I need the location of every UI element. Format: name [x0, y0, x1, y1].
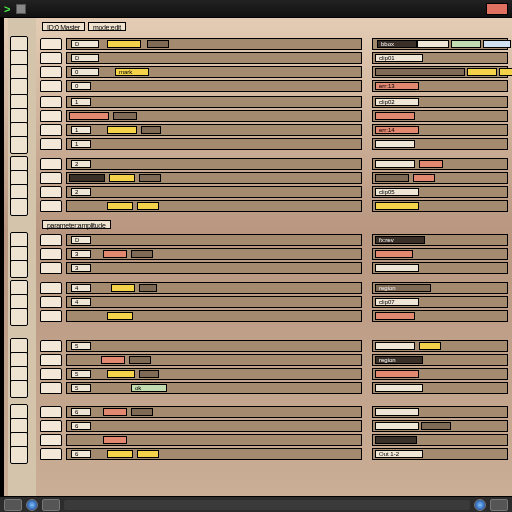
lane-left[interactable] — [66, 434, 362, 446]
clip[interactable] — [131, 408, 153, 416]
clip[interactable] — [375, 264, 419, 272]
lane-right[interactable]: clip07 — [372, 296, 508, 308]
clip[interactable] — [419, 160, 443, 168]
clip[interactable] — [413, 174, 435, 182]
row-handle[interactable] — [40, 354, 62, 366]
track-row[interactable]: 5ok — [40, 381, 508, 394]
row-handle[interactable] — [40, 186, 62, 198]
clip[interactable] — [375, 370, 419, 378]
gutter-marker[interactable] — [10, 198, 28, 216]
clip[interactable]: clip01 — [375, 54, 423, 62]
track-row[interactable]: 0mark — [40, 65, 508, 78]
lane-left[interactable]: D — [66, 38, 362, 50]
row-handle[interactable] — [40, 66, 62, 78]
lane-left[interactable]: 0mark — [66, 66, 362, 78]
track-row[interactable]: 5 — [40, 367, 508, 380]
clip[interactable]: 6 — [71, 450, 91, 458]
clip[interactable]: 1 — [71, 140, 91, 148]
track-row[interactable]: 2clip05 — [40, 185, 508, 198]
clip[interactable] — [139, 174, 161, 182]
clip[interactable] — [417, 40, 449, 48]
lane-right[interactable] — [372, 200, 508, 212]
track-row[interactable]: 6 — [40, 419, 508, 432]
clip[interactable] — [107, 450, 133, 458]
row-handle[interactable] — [40, 382, 62, 394]
clip[interactable] — [129, 356, 151, 364]
clip[interactable]: D — [71, 54, 99, 62]
row-handle[interactable] — [40, 262, 62, 274]
lane-right[interactable]: err:14 — [372, 124, 508, 136]
row-handle[interactable] — [40, 80, 62, 92]
clip[interactable] — [147, 40, 169, 48]
clip[interactable]: clip07 — [375, 298, 419, 306]
clip[interactable] — [375, 250, 413, 258]
row-handle[interactable] — [40, 172, 62, 184]
lane-right[interactable] — [372, 172, 508, 184]
track-row[interactable] — [40, 199, 508, 212]
start-orb-icon[interactable] — [26, 499, 38, 511]
clip[interactable]: D — [71, 40, 99, 48]
lane-left[interactable]: 2 — [66, 186, 362, 198]
clip[interactable]: 0 — [71, 68, 99, 76]
lane-right[interactable]: Out 1-2 — [372, 448, 508, 460]
lane-right[interactable] — [372, 434, 508, 446]
clip[interactable] — [483, 40, 511, 48]
clip[interactable] — [451, 40, 481, 48]
track-row[interactable]: 2 — [40, 157, 508, 170]
clip[interactable] — [101, 356, 125, 364]
clip[interactable] — [419, 342, 441, 350]
clip[interactable] — [69, 112, 109, 120]
clip[interactable] — [107, 202, 133, 210]
track-row[interactable]: Dfx:rev — [40, 233, 508, 246]
row-handle[interactable] — [40, 110, 62, 122]
gutter-marker[interactable] — [10, 446, 28, 464]
lane-right[interactable]: region — [372, 282, 508, 294]
lane-left[interactable]: 6 — [66, 420, 362, 432]
lane-left[interactable]: 0 — [66, 80, 362, 92]
clip[interactable] — [103, 408, 127, 416]
track-row[interactable]: 3 — [40, 247, 508, 260]
lane-left[interactable] — [66, 200, 362, 212]
lane-right[interactable] — [372, 138, 508, 150]
track-row[interactable]: 1 — [40, 137, 508, 150]
lane-left[interactable]: 3 — [66, 262, 362, 274]
track-row[interactable]: Dbbox — [40, 37, 508, 50]
clip[interactable] — [107, 40, 141, 48]
clip[interactable] — [375, 202, 419, 210]
clip[interactable] — [375, 312, 415, 320]
clip[interactable]: 5 — [71, 384, 91, 392]
lane-left[interactable]: 6 — [66, 448, 362, 460]
lane-left[interactable] — [66, 110, 362, 122]
lane-left[interactable]: 5 — [66, 340, 362, 352]
lane-right[interactable]: clip02 — [372, 96, 508, 108]
row-handle[interactable] — [40, 138, 62, 150]
row-handle[interactable] — [40, 448, 62, 460]
clip[interactable] — [107, 312, 133, 320]
gutter-marker[interactable] — [10, 380, 28, 398]
clip[interactable] — [113, 112, 137, 120]
clip[interactable] — [375, 384, 423, 392]
header-chip[interactable]: mode:edit — [88, 22, 126, 31]
clip[interactable] — [375, 140, 415, 148]
clip[interactable] — [375, 112, 415, 120]
row-handle[interactable] — [40, 406, 62, 418]
clip[interactable]: mark — [115, 68, 149, 76]
taskbar[interactable] — [0, 496, 512, 512]
row-handle[interactable] — [40, 282, 62, 294]
track-row[interactable]: 3 — [40, 261, 508, 274]
clip[interactable] — [69, 174, 105, 182]
lane-left[interactable]: 6 — [66, 406, 362, 418]
clip[interactable]: region — [375, 284, 431, 292]
lane-left[interactable]: 2 — [66, 158, 362, 170]
clip[interactable] — [467, 68, 497, 76]
row-handle[interactable] — [40, 234, 62, 246]
clip[interactable]: 5 — [71, 342, 91, 350]
clip[interactable] — [375, 408, 419, 416]
track-row[interactable] — [40, 171, 508, 184]
header-chip[interactable]: parameter:amplitude — [42, 220, 111, 229]
lane-left[interactable] — [66, 354, 362, 366]
lane-right[interactable] — [372, 310, 508, 322]
lane-right[interactable] — [372, 248, 508, 260]
clip[interactable]: clip05 — [375, 188, 419, 196]
clip[interactable]: 2 — [71, 188, 91, 196]
